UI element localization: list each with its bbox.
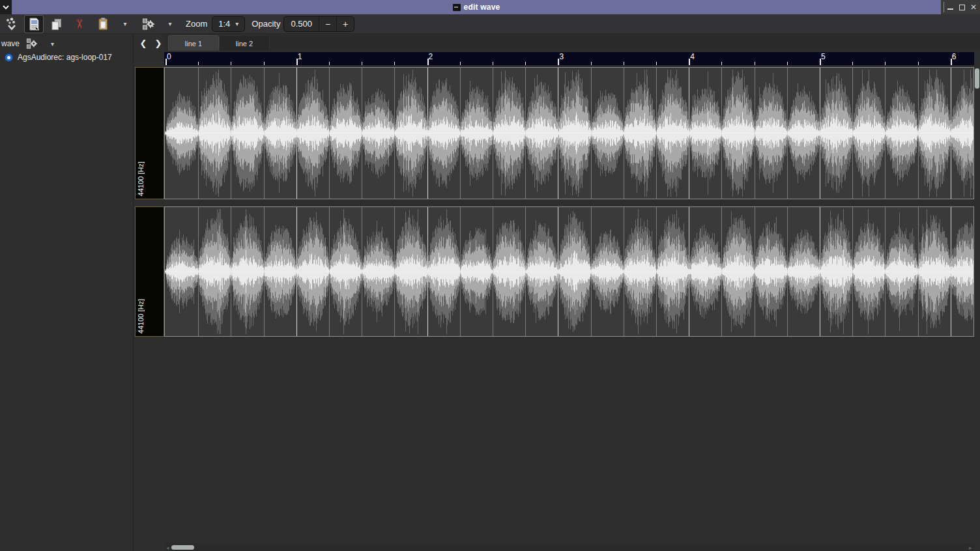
chevron-down-icon: ▾ <box>123 20 126 27</box>
machine-tools-icon <box>26 38 38 49</box>
position-tool-icon <box>5 17 19 31</box>
machine-selector-panel <box>0 34 134 551</box>
paste-button[interactable] <box>93 15 113 33</box>
ruler-minor-tick <box>591 62 592 65</box>
ruler-number: 3 <box>559 52 564 61</box>
copy-button[interactable] <box>47 15 66 33</box>
tab-strip: line 1 line 2 <box>165 35 980 51</box>
horizontal-scrollbar-track[interactable] <box>165 543 974 551</box>
tab-prev-button[interactable]: ❮ <box>136 35 151 51</box>
machine-selector-header: wave ▾ <box>1 37 54 50</box>
tab-next-button[interactable]: ❯ <box>151 35 166 51</box>
radio-dot <box>7 56 10 59</box>
ruler-number: 2 <box>429 52 433 61</box>
machine-radio-row[interactable]: AgsAudiorec: ags-loop-017 <box>5 53 112 62</box>
chevron-down-icon: ▾ <box>235 20 238 27</box>
ruler-number: 5 <box>821 52 826 61</box>
tool-menu-arrow-button[interactable]: ▾ <box>164 15 177 33</box>
paste-menu-arrow-button[interactable]: ▾ <box>119 15 132 33</box>
timeline-ruler[interactable]: 0123456 <box>164 52 974 65</box>
edit-tool-button[interactable] <box>24 15 44 33</box>
waveform-channel-1[interactable] <box>164 67 974 199</box>
titlebar-fill[interactable]: edit wave <box>12 0 941 14</box>
titlebar: edit wave ✕ <box>0 0 980 14</box>
ruler-number: 4 <box>690 52 695 61</box>
ruler-minor-tick <box>624 62 624 65</box>
ruler-minor-tick <box>362 62 362 65</box>
chevron-right-icon: ❯ <box>155 38 162 48</box>
waveform-canvas[interactable] <box>165 68 973 199</box>
ruler-minor-tick <box>231 62 231 65</box>
opacity-value[interactable]: 0.500 <box>284 17 319 31</box>
opacity-label: Opacity <box>252 19 280 29</box>
ruler-minor-tick <box>755 62 755 65</box>
ruler-minor-tick <box>198 62 199 65</box>
ruler-minor-tick <box>460 62 461 65</box>
waveform-canvas[interactable] <box>165 207 973 336</box>
ruler-minor-tick <box>493 62 493 65</box>
tab-label: line 1 <box>185 40 202 48</box>
window-title: edit wave <box>464 3 500 12</box>
ruler-minor-tick <box>394 62 395 65</box>
minimize-button[interactable] <box>944 0 956 14</box>
opacity-decrement-button[interactable]: − <box>319 17 336 31</box>
paste-icon <box>96 17 110 31</box>
samplerate-label: 44100 [Hz] <box>137 162 145 196</box>
waveform-channel-2[interactable] <box>164 206 974 337</box>
scroll-left-arrow[interactable]: ◂ <box>166 544 169 551</box>
ruler-minor-tick <box>656 62 657 65</box>
ruler-minor-tick <box>787 62 788 65</box>
opacity-spinbutton: 0.500 − + <box>283 16 354 32</box>
tab-line-2[interactable]: line 2 <box>219 35 270 51</box>
cut-button[interactable]: ✂ <box>70 15 89 33</box>
tool-popup-button[interactable] <box>139 15 158 33</box>
horizontal-scrollbar-thumb[interactable] <box>171 545 194 550</box>
ruler-minor-tick <box>264 62 265 65</box>
cut-scissors-icon: ✂ <box>73 19 85 29</box>
ruler-minor-tick <box>721 62 722 65</box>
minimize-icon <box>947 8 953 10</box>
machine-tools-icon <box>142 18 155 31</box>
ruler-minor-tick <box>918 62 919 65</box>
chevron-down-icon <box>3 5 9 10</box>
restore-icon <box>959 5 965 10</box>
tab-line-1[interactable]: line 1 <box>168 35 219 51</box>
ruler-number: 1 <box>298 52 302 61</box>
opacity-increment-button[interactable]: + <box>336 17 354 31</box>
vertical-scrollbar-thumb[interactable] <box>975 68 979 89</box>
samplerate-label: 44100 [Hz] <box>137 299 145 333</box>
ruler-minor-tick <box>329 62 330 65</box>
ruler-minor-tick <box>852 62 853 65</box>
title-group: edit wave <box>453 3 500 12</box>
copy-icon <box>50 17 64 31</box>
restore-button[interactable] <box>956 0 968 14</box>
machine-radio-label: AgsAudiorec: ags-loop-017 <box>18 53 112 62</box>
app-icon <box>453 4 461 11</box>
tab-label: line 2 <box>236 40 253 48</box>
toolbar: ✂ ▾ ▾ Zoom 1:4 ▾ Opacity <box>0 14 980 34</box>
zoom-select[interactable]: 1:4 ▾ <box>212 16 245 32</box>
chevron-down-icon: ▾ <box>168 20 171 27</box>
ruler-minor-tick <box>885 62 886 65</box>
ruler-minor-tick <box>525 62 526 65</box>
close-button[interactable]: ✕ <box>968 0 979 14</box>
edit-tool-icon <box>27 17 40 31</box>
window-controls: ✕ <box>941 0 980 14</box>
samplerate-box-1: 44100 [Hz] <box>135 67 164 199</box>
ruler-number: 0 <box>167 52 171 61</box>
window-menu-button[interactable] <box>0 0 12 14</box>
zoom-value: 1:4 <box>218 19 230 29</box>
chevron-left-icon: ❮ <box>140 38 147 48</box>
machine-radio-button[interactable] <box>5 53 13 62</box>
selector-label: wave <box>1 39 20 48</box>
position-tool-button[interactable] <box>2 15 22 33</box>
zoom-label: Zoom <box>186 19 207 29</box>
machine-dropdown-arrow[interactable]: ▾ <box>51 40 54 48</box>
close-icon: ✕ <box>970 3 977 12</box>
ruler-number: 6 <box>952 52 957 61</box>
samplerate-box-2: 44100 [Hz] <box>135 206 164 337</box>
scroll-right-arrow[interactable]: ▸ <box>969 544 972 551</box>
machine-selector-button[interactable] <box>26 38 38 49</box>
